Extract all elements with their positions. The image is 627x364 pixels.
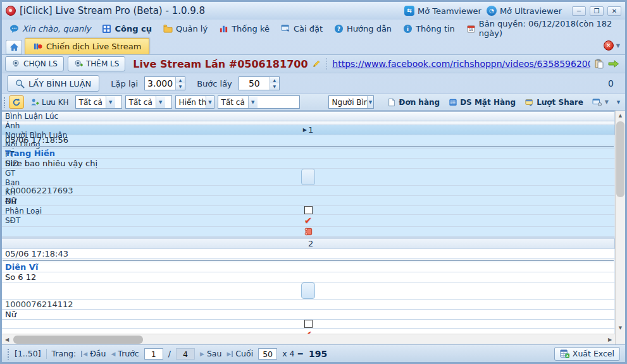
friend-checkbox[interactable] <box>304 320 313 328</box>
don-hang-button[interactable]: Đơn hàng <box>384 95 443 109</box>
page-size-input[interactable]: 50 <box>258 348 277 360</box>
stream-url-link[interactable]: https://www.facebook.com/richshoppn/vide… <box>332 59 590 69</box>
row-number: 2 <box>308 239 313 248</box>
selected-row-marker-icon: ▶ <box>303 127 307 133</box>
table-row[interactable]: ▶2 05/06 17:18:43 Diên Vĩ So 6 12 100007… <box>2 238 615 344</box>
table-body: ▶1 05/06 17:18:56 Trang Hiền Size bao nh… <box>2 124 615 344</box>
commenter-name-cell[interactable]: Diên Vĩ <box>2 262 615 272</box>
next-page-button[interactable]: ▶Sau <box>200 349 221 358</box>
lap-lai-stepper[interactable]: 3.000 ▲▼ <box>144 76 185 90</box>
prev-page-button[interactable]: ◀Trước <box>111 349 139 358</box>
kh-cell: ✔ <box>2 215 615 227</box>
menu-item-cai-dat[interactable]: Cài đặt <box>281 24 323 33</box>
paste-icon[interactable] <box>594 59 604 69</box>
lay-binh-luan-button[interactable]: LẤY BÌNH LUẬN <box>7 75 99 92</box>
scroll-up-icon[interactable]: ▲ <box>616 111 625 121</box>
webcam-add-icon <box>74 59 83 68</box>
order-scroll-icon[interactable] <box>304 227 313 236</box>
chon-ls-button[interactable]: CHỌN LS <box>5 56 64 71</box>
truoc-label: Trước <box>118 349 139 358</box>
spin-down-icon[interactable]: ▼ <box>176 83 185 90</box>
luu-kh-button[interactable]: Lưu KH <box>27 95 72 109</box>
filter-dropdown-3[interactable]: Hiển thị▼ <box>175 95 214 109</box>
buoc-lay-value: 50 <box>239 77 270 90</box>
menu-item-thong-ke[interactable]: Thống kê <box>219 24 270 33</box>
comment-counter: 0 <box>608 78 620 88</box>
total-comments-count: 195 <box>309 349 327 359</box>
ds-mat-hang-button[interactable]: DS Mặt Hàng <box>445 95 519 109</box>
menu-item-huong-dan[interactable]: ? Hướng dẫn <box>334 24 392 33</box>
scroll-down-icon[interactable]: ▼ <box>616 323 625 333</box>
menu-label: Thống kê <box>232 24 270 33</box>
tab-chien-dich-live-stream[interactable]: Chiến dịch Live Stream <box>25 38 149 54</box>
reply-button[interactable] <box>301 282 315 299</box>
luu-kh-label: Lưu KH <box>42 98 69 107</box>
settings-icon <box>281 24 290 33</box>
horizontal-scroll-thumb[interactable] <box>13 336 143 344</box>
license-info: 15 Bản quyền: 06/12/2018(còn 182 ngày) <box>466 19 618 38</box>
menu-greeting[interactable]: Xin chào, quanly <box>9 24 90 33</box>
ultraviewer-label: Mở Ultraviewer <box>500 6 562 16</box>
minimize-button[interactable]: ─ <box>572 6 586 16</box>
first-page-button[interactable]: ◀Đầu <box>81 349 106 358</box>
last-page-button[interactable]: ▶Cuối <box>227 349 253 358</box>
customer-check-icon[interactable]: ✔ <box>304 215 313 226</box>
luot-share-button[interactable]: Lượt Share <box>521 95 587 109</box>
them-ls-label: THÊM LS <box>86 59 119 68</box>
commenter-name-cell[interactable]: Trang Hiền <box>2 149 615 159</box>
horizontal-scrollbar[interactable]: ◀ ▶ <box>2 334 615 344</box>
reply-button[interactable] <box>301 169 315 185</box>
tab-overflow-caret-icon[interactable]: ▼ <box>616 43 620 49</box>
table-header-row: Bình Luận Lúc Ảnh Người Bình Luận Nội Du… <box>2 111 615 124</box>
filter-value: Tất cả <box>76 98 106 107</box>
menu-item-quan-ly[interactable]: Quản lý <box>163 24 208 33</box>
filter-dropdown-4[interactable]: Tất cả▼ <box>218 95 300 109</box>
filter-dropdown-2[interactable]: Tất cả▼ <box>125 95 172 109</box>
xuat-excel-button[interactable]: X Xuất Excel <box>554 347 620 361</box>
toolbar-overflow-button[interactable]: ▼ <box>614 95 623 109</box>
svg-text:X: X <box>566 354 569 358</box>
spin-up-icon[interactable]: ▲ <box>270 77 279 83</box>
vertical-scrollbar[interactable]: ▲ ▼ <box>615 111 625 344</box>
header-binh-luan-luc[interactable]: Bình Luận Lúc <box>2 112 615 121</box>
buoc-lay-stepper[interactable]: 50 ▲▼ <box>239 76 280 90</box>
webcam-icon <box>11 59 20 68</box>
open-ultraviewer-button[interactable]: ◔ Mở Ultraviewer <box>487 6 562 16</box>
filter-dropdown-1[interactable]: Tất cả▼ <box>75 95 122 109</box>
scroll-left-icon[interactable]: ◀ <box>2 337 12 343</box>
app-logo-icon <box>6 6 16 16</box>
menu-bar: Xin chào, quanly Công cụ Quản lý Thống k… <box>2 20 625 37</box>
them-ls-button[interactable]: THÊM LS <box>68 56 125 71</box>
maximize-button[interactable]: ❐ <box>590 6 604 16</box>
menu-item-cong-cu[interactable]: Công cụ <box>102 24 152 33</box>
filter-dropdown-nguoi-binh-luan[interactable]: Người Bình Lu▼ <box>328 95 374 109</box>
spin-up-icon[interactable]: ▲ <box>176 77 185 83</box>
gender-cell: Nữ <box>2 196 615 206</box>
close-tab-icon[interactable]: ✕ <box>604 40 614 51</box>
close-button[interactable]: ✕ <box>607 6 621 16</box>
open-teamviewer-button[interactable]: ⇆ Mở Teamviewer <box>404 6 481 16</box>
chevron-down-icon: ▼ <box>106 96 115 108</box>
home-button[interactable] <box>6 40 22 54</box>
sau-label: Sau <box>207 349 222 358</box>
dh-cell <box>2 227 615 237</box>
edit-pencil-icon[interactable] <box>312 59 321 69</box>
row-number-cell: ▶2 <box>2 239 615 249</box>
comment-time-cell: 05/06 17:18:43 <box>2 249 615 259</box>
friend-checkbox[interactable] <box>304 206 313 214</box>
trang-label: Trang: <box>52 349 77 358</box>
menu-label: Công cụ <box>115 24 152 33</box>
vertical-scroll-thumb[interactable] <box>616 121 624 197</box>
current-page-input[interactable]: 1 <box>144 348 163 360</box>
view-settings-button[interactable]: ▼ <box>589 95 612 109</box>
refresh-button[interactable] <box>9 95 24 109</box>
save-customer-icon <box>30 98 39 107</box>
table-row[interactable]: ▶1 05/06 17:18:56 Trang Hiền Size bao nh… <box>2 124 615 238</box>
go-arrow-icon[interactable] <box>608 59 619 69</box>
menu-item-thong-tin[interactable]: i Thông tin <box>403 24 455 33</box>
spin-down-icon[interactable]: ▼ <box>270 83 279 90</box>
pt-cell <box>2 169 615 186</box>
menu-label: Quản lý <box>176 24 208 33</box>
greeting-label: Xin chào, quanly <box>22 24 90 33</box>
scroll-right-icon[interactable]: ▶ <box>605 337 615 343</box>
